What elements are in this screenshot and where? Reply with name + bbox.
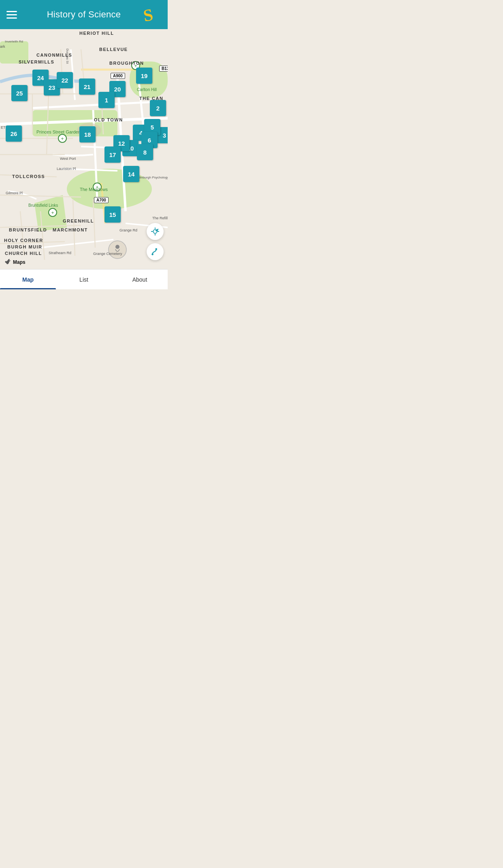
- marker-22[interactable]: 22: [57, 72, 73, 88]
- svg-point-49: [155, 248, 157, 250]
- nav-active-indicator: [0, 288, 56, 289]
- apple-maps-badge: Maps: [4, 259, 26, 266]
- svg-point-36: [109, 241, 126, 259]
- map-view: + + + + HERIOT HILL BELLEVUE BROUGHTON C…: [0, 29, 168, 269]
- marker-25[interactable]: 25: [11, 85, 28, 101]
- nav-about[interactable]: About: [112, 270, 168, 289]
- svg-point-37: [115, 245, 119, 249]
- marker-1[interactable]: 1: [98, 92, 115, 108]
- route-button[interactable]: [147, 243, 164, 260]
- marker-19[interactable]: 19: [136, 68, 152, 84]
- marker-18[interactable]: 18: [79, 126, 96, 142]
- app-header: History of Science S: [0, 0, 168, 29]
- bottom-navigation: Map List About: [0, 269, 168, 289]
- marker-14[interactable]: 14: [123, 166, 139, 182]
- nav-list[interactable]: List: [56, 270, 112, 289]
- page-title: History of Science: [47, 9, 121, 20]
- app-logo: S: [142, 5, 161, 24]
- svg-point-48: [151, 253, 153, 255]
- marker-2[interactable]: 2: [150, 100, 166, 116]
- location-icon: [151, 227, 160, 236]
- svg-text:+: +: [61, 136, 64, 142]
- svg-text:+: +: [96, 185, 98, 190]
- apple-icon: [4, 259, 11, 266]
- marker-26[interactable]: 26: [6, 125, 22, 142]
- svg-rect-2: [0, 41, 28, 64]
- apple-maps-text: Maps: [13, 259, 26, 265]
- route-icon: [151, 247, 160, 256]
- marker-8[interactable]: 8: [137, 144, 153, 160]
- marker-15[interactable]: 15: [104, 206, 121, 223]
- menu-button[interactable]: [6, 11, 17, 19]
- svg-text:S: S: [142, 5, 154, 24]
- svg-text:+: +: [51, 210, 54, 216]
- location-button[interactable]: [147, 223, 164, 240]
- marker-17[interactable]: 17: [104, 146, 121, 163]
- marker-21[interactable]: 21: [79, 79, 95, 95]
- nav-map[interactable]: Map: [0, 270, 56, 289]
